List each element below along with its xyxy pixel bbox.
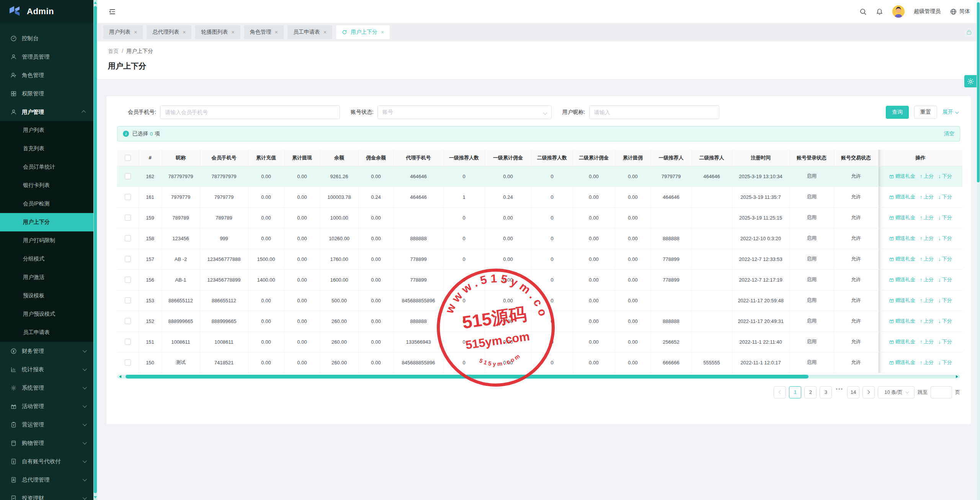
gift-bonus-link[interactable]: 赠送礼金: [889, 235, 915, 242]
deduct-points-link[interactable]: ↓下分: [938, 173, 952, 180]
next-page-button[interactable]: [862, 386, 875, 398]
sidebar-scrollbar[interactable]: [93, 0, 97, 500]
add-points-link[interactable]: ↑上分: [920, 297, 934, 304]
gift-bonus-link[interactable]: 赠送礼金: [889, 193, 915, 200]
deduct-points-link[interactable]: ↓下分: [938, 193, 952, 200]
row-checkbox[interactable]: [125, 318, 131, 324]
gift-bonus-link[interactable]: 赠送礼金: [889, 359, 915, 366]
sidebar-subitem[interactable]: 会员IP检测: [0, 195, 93, 213]
deduct-points-link[interactable]: ↓下分: [938, 235, 952, 242]
tab[interactable]: 角色管理×: [244, 25, 284, 39]
deduct-points-link[interactable]: ↓下分: [938, 256, 952, 262]
breadcrumb-home[interactable]: 首页: [108, 48, 119, 55]
row-checkbox[interactable]: [125, 359, 131, 366]
sidebar-item[interactable]: 总代理管理: [0, 470, 93, 489]
sidebar-item[interactable]: 系统管理: [0, 379, 93, 397]
page-button[interactable]: 3: [820, 386, 832, 398]
clear-selection-link[interactable]: 清空: [944, 130, 954, 137]
prev-page-button[interactable]: [774, 386, 786, 398]
page-size-select[interactable]: 10 条/页: [878, 386, 915, 398]
deduct-points-link[interactable]: ↓下分: [938, 338, 952, 345]
settings-gear-button[interactable]: [964, 75, 977, 87]
jump-page-input[interactable]: [931, 386, 952, 398]
add-points-link[interactable]: ↑上分: [920, 173, 934, 180]
logo[interactable]: Admin: [0, 0, 93, 23]
add-points-link[interactable]: ↑上分: [920, 318, 934, 325]
sidebar-subitem[interactable]: 首充列表: [0, 139, 93, 158]
sidebar-item[interactable]: 购物管理: [0, 434, 93, 452]
lock-icon[interactable]: [966, 29, 972, 36]
deduct-points-link[interactable]: ↓下分: [938, 297, 952, 304]
gift-bonus-link[interactable]: 赠送礼金: [889, 297, 915, 304]
refresh-icon[interactable]: [342, 30, 347, 35]
expand-link[interactable]: 展开: [942, 109, 958, 116]
sidebar-item[interactable]: 投资理财: [0, 489, 93, 500]
close-icon[interactable]: ×: [323, 30, 327, 35]
row-checkbox[interactable]: [125, 173, 131, 179]
sidebar-subitem[interactable]: 用户预设模式: [0, 305, 93, 323]
sidebar-item[interactable]: 控制台: [0, 29, 93, 48]
deduct-points-link[interactable]: ↓下分: [938, 359, 952, 366]
tab[interactable]: 轮播图列表×: [195, 25, 240, 39]
row-checkbox[interactable]: [125, 277, 131, 283]
sidebar-scrollbar-thumb[interactable]: [94, 6, 97, 493]
horizontal-scrollbar-thumb[interactable]: [126, 375, 808, 379]
horizontal-scrollbar[interactable]: [117, 375, 960, 379]
deduct-points-link[interactable]: ↓下分: [938, 318, 952, 325]
sidebar-subitem[interactable]: 分组模式: [0, 250, 93, 268]
scroll-up-icon[interactable]: [94, 2, 97, 4]
page-ellipsis[interactable]: •••: [835, 386, 844, 398]
nickname-input[interactable]: [589, 105, 719, 119]
sidebar-item[interactable]: 管理员管理: [0, 48, 93, 66]
scroll-left-icon[interactable]: [119, 375, 121, 378]
user-name[interactable]: 超级管理员: [914, 8, 941, 15]
sidebar-item[interactable]: 权限管理: [0, 84, 93, 103]
close-icon[interactable]: ×: [275, 30, 278, 35]
gift-bonus-link[interactable]: 赠送礼金: [889, 318, 915, 325]
search-icon[interactable]: [859, 8, 867, 15]
row-checkbox[interactable]: [125, 235, 131, 241]
row-checkbox[interactable]: [125, 194, 131, 200]
gift-bonus-link[interactable]: 赠送礼金: [889, 338, 915, 345]
add-points-link[interactable]: ↑上分: [920, 338, 934, 345]
add-points-link[interactable]: ↑上分: [920, 193, 934, 200]
avatar[interactable]: [892, 5, 905, 18]
deduct-points-link[interactable]: ↓下分: [938, 276, 952, 283]
row-checkbox[interactable]: [125, 339, 131, 345]
sidebar-subitem[interactable]: 用户激活: [0, 268, 93, 287]
collapse-sidebar-icon[interactable]: [109, 8, 116, 15]
tab[interactable]: 用户列表×: [103, 25, 143, 39]
sidebar-subitem[interactable]: 员工申请表: [0, 323, 93, 342]
sidebar-subitem[interactable]: 预设模板: [0, 287, 93, 305]
close-icon[interactable]: ×: [183, 30, 186, 35]
notification-bell-icon[interactable]: [876, 8, 883, 15]
sidebar-item[interactable]: 财务管理: [0, 342, 93, 360]
sidebar-item[interactable]: 统计报表: [0, 360, 93, 379]
sidebar-item[interactable]: 自有账号代收付: [0, 452, 93, 470]
sidebar-subitem[interactable]: 银行卡列表: [0, 176, 93, 195]
add-points-link[interactable]: ↑上分: [920, 235, 934, 242]
reset-button[interactable]: 重置: [914, 106, 937, 119]
language-switcher[interactable]: 简体: [950, 8, 970, 15]
close-icon[interactable]: ×: [231, 30, 234, 35]
page-button[interactable]: 1: [789, 386, 801, 398]
gift-bonus-link[interactable]: 赠送礼金: [889, 256, 915, 262]
deduct-points-link[interactable]: ↓下分: [938, 214, 952, 221]
scroll-down-icon[interactable]: [94, 496, 97, 498]
row-checkbox[interactable]: [125, 256, 131, 262]
close-icon[interactable]: ×: [134, 30, 137, 35]
scroll-right-icon[interactable]: [956, 375, 958, 378]
page-button[interactable]: 14: [847, 386, 859, 398]
sidebar-item[interactable]: 活动管理: [0, 397, 93, 415]
search-button[interactable]: 查询: [886, 106, 909, 119]
add-points-link[interactable]: ↑上分: [920, 214, 934, 221]
gift-bonus-link[interactable]: 赠送礼金: [889, 214, 915, 221]
gift-bonus-link[interactable]: 赠送礼金: [889, 173, 915, 180]
close-icon[interactable]: ×: [381, 30, 384, 35]
page-scrollbar[interactable]: [977, 0, 980, 500]
row-checkbox[interactable]: [125, 215, 131, 221]
page-scrollbar-thumb[interactable]: [977, 2, 980, 182]
account-status-select[interactable]: 账号: [377, 105, 552, 119]
tab[interactable]: 员工申请表×: [287, 25, 332, 39]
add-points-link[interactable]: ↑上分: [920, 359, 934, 366]
